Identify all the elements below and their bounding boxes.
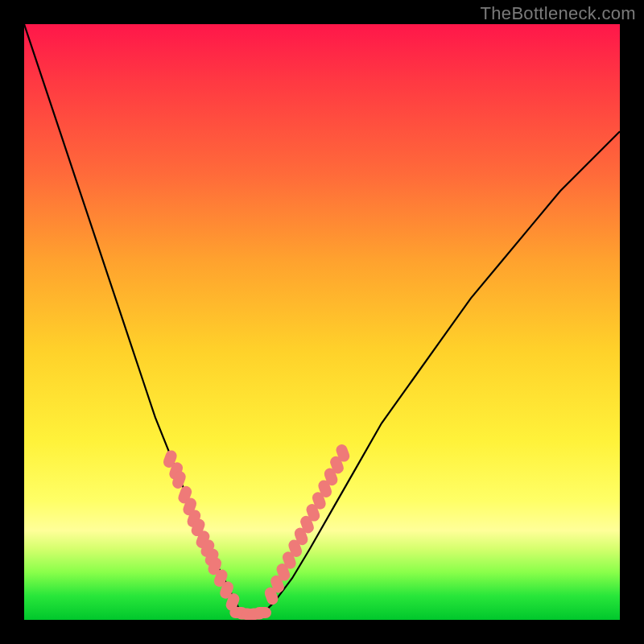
plot-area bbox=[24, 24, 620, 620]
chart-svg bbox=[24, 24, 620, 620]
bottleneck-curve bbox=[24, 24, 620, 614]
watermark-text: TheBottleneck.com bbox=[481, 3, 636, 24]
marker-dot bbox=[254, 607, 271, 618]
marker-group bbox=[162, 443, 351, 620]
chart-stage: TheBottleneck.com bbox=[0, 0, 644, 644]
